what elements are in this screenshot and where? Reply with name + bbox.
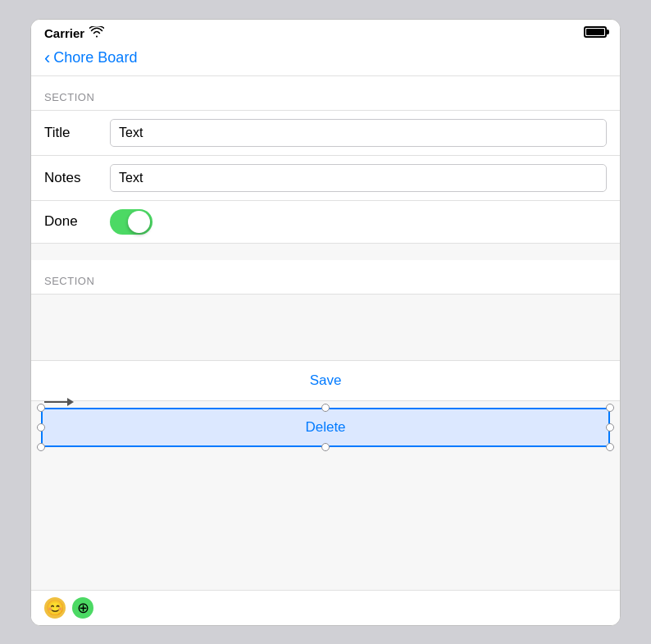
section-2: SECTION bbox=[31, 260, 620, 295]
carrier-label: Carrier bbox=[44, 26, 84, 40]
save-button[interactable]: Save bbox=[31, 360, 620, 401]
add-icon: ⊕ bbox=[77, 599, 89, 617]
carrier-info: Carrier bbox=[44, 26, 104, 40]
delete-button[interactable]: Delete bbox=[41, 408, 610, 447]
device-frame: Carrier ‹ Chore Board bbox=[30, 19, 621, 626]
done-label: Done bbox=[44, 213, 110, 230]
bottom-toolbar: 😊 ⊕ bbox=[31, 590, 620, 625]
handle-bottom-left bbox=[37, 443, 45, 451]
handle-mid-left bbox=[37, 423, 45, 432]
handle-bottom-mid bbox=[321, 443, 330, 451]
toolbar-icon-smiley[interactable]: 😊 bbox=[44, 597, 66, 619]
handle-top-right bbox=[606, 404, 614, 412]
back-chevron-icon: ‹ bbox=[44, 49, 50, 67]
title-row: Title bbox=[31, 110, 620, 155]
handle-top-left bbox=[37, 404, 45, 412]
toggle-slider bbox=[110, 209, 153, 235]
content-area: SECTION Title Notes Done bbox=[31, 76, 620, 590]
handle-bottom-right bbox=[606, 443, 614, 451]
back-label: Chore Board bbox=[53, 49, 137, 66]
delete-label: Delete bbox=[305, 419, 345, 436]
done-toggle[interactable] bbox=[110, 209, 153, 235]
section-2-header: SECTION bbox=[31, 260, 620, 294]
section-1-header: SECTION bbox=[31, 76, 620, 110]
save-label: Save bbox=[310, 372, 342, 389]
title-input[interactable] bbox=[110, 119, 607, 147]
done-row: Done bbox=[31, 200, 620, 243]
back-button[interactable]: ‹ Chore Board bbox=[44, 49, 137, 67]
notes-row: Notes bbox=[31, 155, 620, 200]
notes-input[interactable] bbox=[110, 164, 607, 192]
section-1: SECTION Title Notes Done bbox=[31, 76, 620, 244]
battery-icon bbox=[584, 26, 607, 38]
battery-indicator bbox=[584, 26, 607, 41]
handle-mid-right bbox=[606, 423, 614, 432]
notes-label: Notes bbox=[44, 170, 110, 186]
nav-bar: ‹ Chore Board bbox=[31, 44, 620, 76]
spacer bbox=[31, 295, 620, 360]
delete-button-wrapper: Delete bbox=[41, 408, 610, 447]
title-label: Title bbox=[44, 125, 110, 141]
wifi-icon bbox=[89, 26, 104, 40]
status-bar: Carrier bbox=[31, 20, 620, 44]
handle-top-mid bbox=[321, 404, 330, 412]
toolbar-icon-add[interactable]: ⊕ bbox=[72, 597, 93, 619]
smiley-icon: 😊 bbox=[46, 599, 64, 617]
